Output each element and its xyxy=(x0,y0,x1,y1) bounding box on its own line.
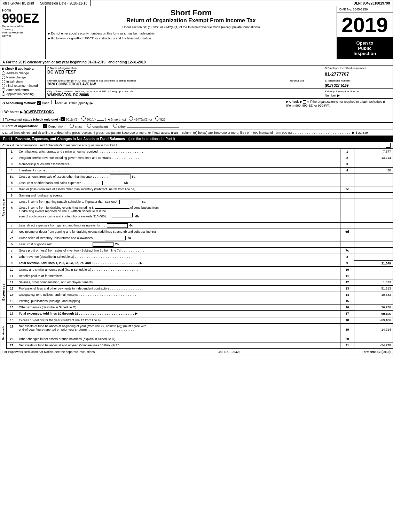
row-num-6: 6 xyxy=(7,193,17,199)
section-b-box: B Check if applicable: Address change Na… xyxy=(0,65,46,98)
row-desc-16: Other expenses (describe in Schedule O) xyxy=(17,304,340,310)
revenue-row-7a: 7a Gross sales of inventory, less return… xyxy=(7,235,393,241)
short-form-title: Short Form xyxy=(48,8,335,17)
expense-row-17: 17 Total expenses. Add lines 10 through … xyxy=(7,311,393,317)
l-value: 21,349 xyxy=(358,131,368,134)
row-num-13: 13 xyxy=(7,286,17,292)
row-num-19: 19 xyxy=(7,324,17,336)
acct-other: Other (specify) ▶ xyxy=(69,101,163,105)
row-value-9: 21,349 xyxy=(354,260,393,266)
tax-501c3: ✓ 501(c)(3) xyxy=(61,118,79,121)
6c-box xyxy=(107,223,128,228)
revenue-side: Revenue xyxy=(0,149,7,267)
row-linenum-5c: 5c xyxy=(340,186,354,192)
row-num-5a: 5a xyxy=(7,174,17,180)
row-num-9: 9 xyxy=(7,260,17,266)
6b-box xyxy=(112,213,133,217)
cb-name: Name change xyxy=(2,76,44,79)
revenue-row-7c: c Gross profit or (loss) from sales of i… xyxy=(7,248,393,254)
phone-value: (917) 327-5169 xyxy=(325,84,391,87)
expense-row-16: 16 Other expenses (describe in Schedule … xyxy=(7,304,393,311)
form-number: 990EZ xyxy=(2,12,44,25)
tax-501c3-check: ✓ xyxy=(61,117,65,121)
group-label: F Group Exemption Number xyxy=(325,90,391,93)
row-linenum-15: 15 xyxy=(340,298,354,304)
row-desc-14: Occupancy, rent, utilities, and maintena… xyxy=(17,292,340,298)
row-desc-5b: Less: cost or other basis and sales expe… xyxy=(17,180,340,186)
instruction2: ▶ Go to www.irs.gov/Form990EZ for instru… xyxy=(48,37,335,40)
phone-label: E Telephone number xyxy=(325,79,391,82)
irs-url[interactable]: www.irs.gov/Form990EZ xyxy=(60,37,94,40)
cb-application-circle xyxy=(2,92,5,96)
row-value-4: 58 xyxy=(354,168,393,174)
row-num-7c: c xyxy=(7,248,17,254)
omb: OMB No. 1545-1150 xyxy=(337,6,393,13)
revenue-row-6c: c Less: direct expenses from gaming and … xyxy=(7,223,393,229)
row-desc-17: Total expenses. Add lines 10 through 16 … xyxy=(17,311,340,317)
other-value xyxy=(127,128,179,128)
title-box: Short Form Return of Organization Exempt… xyxy=(46,6,337,59)
subtitle: Under section 501(c), 527, or 4947(a)(1)… xyxy=(48,25,335,29)
row-value-2: 13,714 xyxy=(354,155,393,161)
part1-see-instructions: (see the instructions for Part I) xyxy=(128,137,175,141)
acct-cash: ✓ Cash xyxy=(37,101,50,105)
row-value-17: 90,455 xyxy=(354,311,393,317)
revenue-rows: 1 Contributions, gifts, grants, and simi… xyxy=(7,149,393,267)
org-name-field: C Name of organization DC WEB FEST xyxy=(46,65,323,78)
row-value-6b xyxy=(354,205,393,222)
phone-field: E Telephone number (917) 327-5169 xyxy=(323,78,393,88)
footer: For Paperwork Reduction Act Notice, see … xyxy=(0,349,393,355)
org-name-label: C Name of organization xyxy=(47,67,321,70)
7b-box xyxy=(93,242,113,247)
expense-row-12: 12 Salaries, other compensation, and emp… xyxy=(7,279,393,286)
acct-left: G Accounting Method: ✓ Cash Accrual Othe… xyxy=(2,100,286,105)
cb-application-label: Application pending xyxy=(6,92,34,96)
tax-insert-no xyxy=(97,120,104,121)
5b-label: 5b xyxy=(124,181,128,185)
ein-value: 81-2777707 xyxy=(325,71,391,77)
part1-check-box xyxy=(386,143,391,148)
cb-initial-circle xyxy=(2,80,5,83)
website-row: I Website: ▶ DCWEBFEST.ORG xyxy=(0,109,393,115)
row-num-16: 16 xyxy=(7,304,17,310)
row-desc-21: Net assets or fund balances at end of ye… xyxy=(17,342,340,348)
row-value-19: 14,914 xyxy=(354,324,393,336)
revenue-row-6d: d Net income or (loss) from gaming and f… xyxy=(7,229,393,235)
paperwork-text: For Paperwork Reduction Act Notice, see … xyxy=(2,350,96,354)
part1-check-line: Check if the organization used Schedule … xyxy=(0,142,393,149)
row-num-20: 20 xyxy=(7,336,17,342)
assets-rows: 18 Excess or (deficit) for the year (Sub… xyxy=(7,317,393,349)
revenue-row-6b: b Gross income from fundraising events (… xyxy=(7,205,393,223)
row-value-7b xyxy=(354,241,393,247)
row-value-1: 7,577 xyxy=(354,149,393,155)
city-field: City or town, state or province, country… xyxy=(46,89,323,98)
row-value-21: -54,778 xyxy=(354,342,393,348)
row-value-13: 51,513 xyxy=(354,286,393,292)
group-exemption-field: F Group Exemption Number Number ▶ xyxy=(323,89,393,98)
other-specify-value xyxy=(94,104,163,104)
accrual-checkbox xyxy=(52,100,56,104)
l-dots: . . . . . . . . . . . . . . . . . . . . … xyxy=(293,131,352,134)
6b-label: 6b xyxy=(135,215,139,218)
row-value-10 xyxy=(354,267,393,273)
cash-checkbox: ✓ xyxy=(37,101,41,105)
revenue-row-5b: b Less: cost or other basis and sales ex… xyxy=(7,180,393,186)
part1-title: Revenue, Expenses, and Changes in Net As… xyxy=(15,137,125,141)
dept-line2: Treasury xyxy=(2,28,44,31)
h-checkbox xyxy=(303,100,306,104)
room-field: Room/suite xyxy=(288,78,323,88)
revenue-row-5a: 5a Gross amount from sale of assets othe… xyxy=(7,174,393,180)
acct-right: H Check ▶ ○ if the organization is not r… xyxy=(286,100,391,107)
row-value-5a xyxy=(354,174,393,180)
row-desc-6a: Gross income from gaming (attach Schedul… xyxy=(17,199,340,205)
check-text: Check if the organization used Schedule … xyxy=(2,144,117,147)
row-num-1: 1 xyxy=(7,149,17,155)
row-linenum-3: 3 xyxy=(340,161,354,167)
row-linenum-11: 11 xyxy=(340,273,354,279)
expense-row-10: 10 Grants and similar amounts paid (list… xyxy=(7,267,393,273)
cb-name-label: Name change xyxy=(6,76,26,79)
room-label: Room/suite xyxy=(290,79,321,82)
assets-side-label: Net Assets xyxy=(2,326,5,340)
revenue-row-9: 9 Total revenue. Add lines 1, 2, 3, 4, 5… xyxy=(7,260,393,267)
5b-box xyxy=(102,181,123,185)
